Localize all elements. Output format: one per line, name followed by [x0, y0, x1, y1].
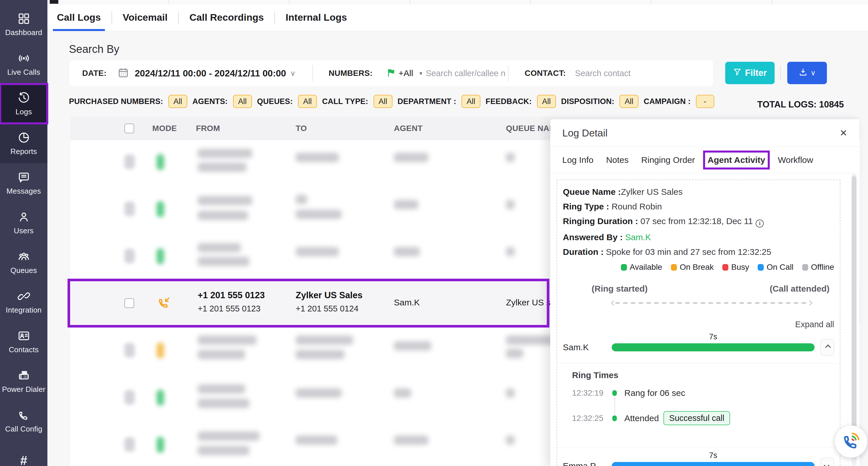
sidebar-item-contacts[interactable]: Contacts: [0, 322, 48, 362]
agent-activity-row-sam-k: Sam.K7s: [563, 339, 834, 356]
sidebar-item-queues[interactable]: Queues: [0, 243, 48, 282]
info-icon[interactable]: i: [756, 219, 764, 227]
log-detail-tabs: Log InfoNotesRinging OrderAgent Activity…: [550, 147, 859, 173]
tab-divider: [274, 11, 275, 24]
sidebar-item-call-config[interactable]: Call Config: [0, 401, 48, 441]
filter-label: CAMPAIGN :: [644, 97, 691, 106]
filter-chip[interactable]: All: [298, 95, 317, 108]
filter-label: AGENTS:: [192, 97, 228, 106]
sidebar-item-dashboard[interactable]: Dashboard: [0, 5, 48, 44]
sidebar-item-users[interactable]: Users: [0, 203, 48, 243]
filter-button[interactable]: Filter: [725, 62, 775, 84]
redacted-text: [296, 336, 353, 345]
legend-on-break: On Break: [671, 262, 714, 272]
row-checkbox[interactable]: [124, 437, 135, 452]
row-checkbox[interactable]: [124, 390, 135, 405]
log-detail-tab-log-info[interactable]: Log Info: [562, 155, 593, 165]
sidebar-item-label: Messages: [6, 187, 41, 196]
field-queue-name: Queue Name :Zylker US Sales: [563, 187, 834, 197]
browser-tab-divider: [771, 0, 772, 4]
tab-call-recordings[interactable]: Call Recordings: [189, 4, 264, 31]
field-ringing-duration: Ringing Duration : 07 sec from 12:32:18,…: [563, 216, 834, 227]
expand-agent-button[interactable]: [820, 458, 834, 466]
row-checkbox[interactable]: [124, 343, 135, 358]
date-range-picker[interactable]: 2024/12/11 00:00 - 2024/12/11 00:00: [135, 68, 286, 79]
log-detail-tab-agent-activity[interactable]: Agent Activity: [708, 155, 766, 165]
tab-internal-logs[interactable]: Internal Logs: [286, 4, 347, 31]
row-checkbox[interactable]: [124, 202, 135, 216]
sidebar-item-label: Call Config: [5, 425, 42, 434]
sidebar-item--[interactable]: #: [0, 441, 48, 466]
log-detail-tab-notes[interactable]: Notes: [606, 155, 628, 165]
expand-all-link[interactable]: Expand all: [563, 320, 834, 329]
tab-divider: [112, 11, 112, 24]
redacted-text: [296, 389, 342, 398]
redacted-text: [296, 153, 339, 162]
filter-label: DEPARTMENT :: [398, 97, 456, 106]
agent-timeline-bar-wrap: 7s: [612, 343, 814, 351]
log-detail-tab-workflow[interactable]: Workflow: [778, 155, 813, 165]
tab-call-logs[interactable]: Call Logs: [57, 4, 101, 31]
sidebar-item-logs[interactable]: Logs: [0, 84, 48, 124]
log-detail-panel: Log Detail ✕ Log InfoNotesRinging OrderA…: [550, 119, 859, 466]
col-to: TO: [296, 117, 307, 140]
col-from: FROM: [196, 117, 220, 140]
messages-chat-icon: [17, 170, 30, 184]
number-flag-icon[interactable]: [386, 68, 396, 79]
filter-chip[interactable]: All: [233, 95, 252, 108]
ring-duration-label: 7s: [612, 451, 814, 460]
filter-chip[interactable]: All: [374, 95, 393, 108]
filter-chip[interactable]: -: [696, 95, 714, 108]
redacted-text: [394, 153, 428, 162]
redacted-text: [198, 399, 249, 408]
contact-search-input[interactable]: [575, 68, 660, 79]
date-caret-icon[interactable]: ∨: [290, 69, 296, 78]
sidebar-item-power-dialer[interactable]: Power Dialer: [0, 362, 48, 401]
divider: [312, 65, 313, 82]
log-detail-tab-ringing-order[interactable]: Ringing Order: [641, 155, 695, 165]
row-checkbox[interactable]: [124, 298, 134, 308]
voice-app-floating-logo[interactable]: [835, 426, 867, 458]
sidebar-item-messages[interactable]: Messages: [0, 163, 48, 203]
collapse-agent-button[interactable]: [820, 339, 834, 356]
filter-label: FEEDBACK:: [486, 97, 532, 106]
tab-voicemail[interactable]: Voicemail: [123, 4, 167, 31]
sidebar-item-reports[interactable]: Reports: [0, 124, 48, 163]
select-all-checkbox[interactable]: [124, 124, 134, 133]
quick-filter-row: PURCHASED NUMBERS:AllAGENTS:AllQUEUES:Al…: [69, 95, 714, 108]
queues-group-icon: [17, 250, 30, 263]
timeline-right-arrow-icon: [807, 300, 812, 305]
sidebar-item-live-calls[interactable]: Live Calls: [0, 44, 48, 84]
panel-scrollbar[interactable]: [851, 174, 857, 466]
filter-chip[interactable]: All: [537, 95, 556, 108]
redacted-text: [394, 389, 411, 398]
row-checkbox[interactable]: [124, 155, 135, 169]
redacted-text: [198, 243, 241, 252]
field-ring-type: Ring Type : Round Robin: [563, 202, 834, 212]
contact-label: CONTACT:: [525, 69, 566, 78]
dashboard-grid-icon: [17, 12, 30, 25]
call-outcome-badge: Successful call: [663, 411, 730, 425]
filter-chip[interactable]: All: [168, 95, 187, 108]
download-button[interactable]: ∨: [787, 62, 827, 84]
redacted-text: [506, 247, 515, 256]
redacted-text: [296, 247, 339, 256]
numbers-all-selector[interactable]: +All: [399, 68, 413, 78]
row-checkbox[interactable]: [124, 249, 135, 263]
legend-dot: [722, 264, 728, 271]
filter-label: QUEUES:: [257, 97, 293, 106]
filter-chip[interactable]: All: [619, 95, 639, 108]
sidebar-item-integration[interactable]: Integration: [0, 282, 48, 322]
filter-label: CALL TYPE:: [322, 97, 368, 106]
panel-scrollbar-thumb[interactable]: [851, 176, 857, 445]
top-strip-dark-segment: [50, 0, 58, 4]
agent-name: Sam.K: [394, 298, 420, 307]
redacted-text: [506, 389, 515, 398]
caller-callee-search-input[interactable]: [425, 68, 506, 79]
legend-offline: Offline: [802, 262, 834, 272]
filter-chip[interactable]: All: [461, 95, 480, 108]
redacted-text: [198, 257, 249, 266]
close-icon[interactable]: ✕: [840, 128, 847, 137]
numbers-caret-icon[interactable]: ▾: [420, 70, 422, 77]
redacted-text: [198, 432, 259, 441]
